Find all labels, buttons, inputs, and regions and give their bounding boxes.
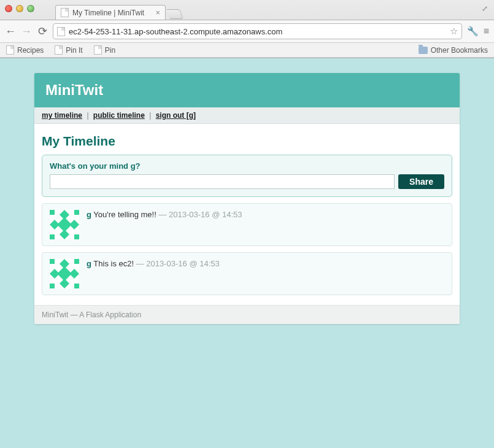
bookmark-label: Recipes [17, 46, 44, 55]
content: My Timeline What's on your mind g? Share… [34, 124, 460, 305]
svg-rect-17 [74, 259, 79, 264]
avatar [50, 210, 79, 239]
page-icon [94, 45, 102, 55]
close-window-button[interactable] [5, 5, 12, 12]
tab-title: My Timeline | MiniTwit [72, 9, 152, 17]
reload-button[interactable]: ⟳ [37, 25, 48, 38]
twit-body: g You're telling me!! — 2013-03-16 @ 14:… [87, 210, 242, 219]
bookmark-label: Pin [105, 46, 115, 55]
nav-separator: | [87, 111, 88, 120]
composer: What's on your mind g? Share [42, 155, 452, 197]
svg-rect-18 [50, 284, 55, 288]
minimize-window-button[interactable] [16, 5, 23, 12]
nav-sign-out[interactable]: sign out [g] [156, 111, 196, 120]
browser-tab[interactable]: My Timeline | MiniTwit × [55, 5, 166, 20]
url-input[interactable] [69, 27, 446, 36]
tab-bar: My Timeline | MiniTwit × [0, 2, 494, 20]
new-tab-button[interactable] [166, 9, 183, 19]
app-header: MiniTwit [34, 73, 460, 107]
app-container: MiniTwit my timeline | public timeline |… [34, 73, 460, 324]
composer-input[interactable] [50, 174, 395, 189]
bookmark-label: Pin It [66, 46, 82, 55]
svg-rect-8 [50, 234, 55, 239]
bookmark-star-icon[interactable]: ☆ [450, 26, 458, 37]
nav-public-timeline[interactable]: public timeline [93, 111, 145, 120]
svg-rect-6 [50, 210, 55, 215]
app-footer: MiniTwit — A Flask Application [34, 305, 460, 324]
svg-rect-9 [74, 234, 79, 239]
twit-item: g You're telling me!! — 2013-03-16 @ 14:… [42, 203, 452, 246]
browser-chrome: ⤢ My Timeline | MiniTwit × ← → ⟳ ☆ 🔧 ≡ R… [0, 0, 494, 58]
back-button[interactable]: ← [5, 25, 16, 38]
close-tab-icon[interactable]: × [155, 8, 160, 17]
bookmark-item[interactable]: Pin [94, 45, 115, 55]
app-title: MiniTwit [45, 82, 449, 99]
bookmark-item[interactable]: Recipes [6, 45, 44, 55]
page-icon [61, 8, 69, 17]
svg-rect-16 [50, 259, 55, 264]
nav-separator: | [149, 111, 151, 120]
page-heading: My Timeline [42, 134, 452, 149]
toolbar: ← → ⟳ ☆ 🔧 ≡ [0, 20, 494, 43]
expand-icon[interactable]: ⤢ [480, 4, 489, 13]
bookmarks-bar: Recipes Pin It Pin Other Bookmarks [0, 43, 494, 58]
address-bar[interactable]: ☆ [53, 23, 462, 39]
forward-button[interactable]: → [21, 25, 32, 38]
twit-body: g This is ec2! — 2013-03-16 @ 14:53 [87, 259, 220, 268]
other-bookmarks[interactable]: Other Bookmarks [419, 46, 488, 55]
page-icon [57, 27, 65, 36]
page-background: MiniTwit my timeline | public timeline |… [0, 58, 494, 448]
twit-user-link[interactable]: g [87, 210, 91, 219]
bookmark-label: Other Bookmarks [431, 46, 488, 55]
bookmark-item[interactable]: Pin It [55, 45, 82, 55]
composer-label: What's on your mind g? [50, 161, 444, 171]
twit-text: This is ec2! [93, 259, 134, 268]
page-icon [6, 45, 14, 55]
twit-meta: — 2013-03-16 @ 14:53 [136, 259, 220, 268]
page-icon [55, 45, 63, 55]
twit-user-link[interactable]: g [87, 259, 91, 268]
avatar [50, 259, 79, 288]
svg-rect-19 [74, 284, 79, 288]
app-nav: my timeline | public timeline | sign out… [34, 107, 460, 124]
twit-list: g You're telling me!! — 2013-03-16 @ 14:… [42, 203, 452, 295]
twit-meta: — 2013-03-16 @ 14:53 [158, 210, 242, 219]
nav-my-timeline[interactable]: my timeline [42, 111, 82, 120]
twit-text: You're telling me!! [93, 210, 156, 219]
svg-rect-7 [74, 210, 79, 215]
share-button[interactable]: Share [398, 174, 444, 189]
wrench-icon[interactable]: 🔧 [467, 26, 479, 37]
twit-item: g This is ec2! — 2013-03-16 @ 14:53 [42, 252, 452, 295]
menu-icon[interactable]: ≡ [484, 26, 489, 37]
folder-icon [419, 47, 428, 54]
zoom-window-button[interactable] [27, 5, 34, 12]
composer-row: Share [50, 174, 444, 189]
